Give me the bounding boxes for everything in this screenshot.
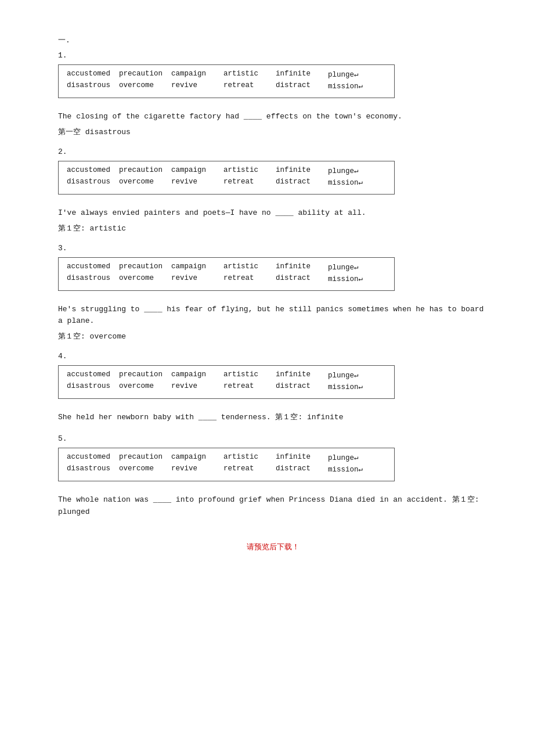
word-cell: revive [171,274,223,283]
top-marker: 一. [58,36,70,45]
question-number-1: 1. [58,51,488,60]
word-box-3: accustomedprecautioncampaignartisticinfi… [58,257,488,298]
word-cell: infinite [276,262,328,272]
word-cell: overcome [119,382,171,391]
word-cell: revive [171,465,223,474]
word-cell: disastrous [67,81,119,91]
word-cell: artistic [223,262,276,272]
word-cell: precaution [119,166,171,175]
word-cell: mission↵ [328,81,380,91]
sentence-2: I've always envied painters and poets—I … [58,207,488,219]
sentence-3: He's struggling to ____ his fear of flyi… [58,304,488,328]
word-cell: mission↵ [328,382,380,391]
word-cell: disastrous [67,382,119,391]
word-cell: plunge↵ [328,262,380,272]
word-cell: retreat [223,178,276,187]
word-cell: revive [171,382,223,391]
word-cell: precaution [119,453,171,462]
word-cell: distract [276,178,328,187]
word-cell: artistic [223,166,276,175]
word-box-5: accustomedprecautioncampaignartisticinfi… [58,448,488,488]
word-cell: retreat [223,274,276,283]
word-cell: distract [276,382,328,391]
sentence-5: The whole nation was ____ into profound … [58,494,488,519]
question-block-5: 5.accustomedprecautioncampaignartisticin… [58,434,488,519]
word-cell: plunge↵ [328,453,380,462]
sentence-1: The closing of the cigarette factory had… [58,111,488,123]
word-cell: disastrous [67,178,119,187]
word-cell: plunge↵ [328,370,380,380]
word-cell: overcome [119,178,171,187]
question-block-4: 4.accustomedprecautioncampaignartisticin… [58,352,488,424]
answer-1: 第一空 disastrous [58,127,488,137]
question-block-3: 3.accustomedprecautioncampaignartisticin… [58,244,488,342]
word-cell: artistic [223,70,276,79]
word-cell: infinite [276,370,328,380]
word-cell: plunge↵ [328,70,380,79]
word-cell: accustomed [67,453,119,462]
footer-text: 请预览后下载！ [247,543,300,552]
word-cell: artistic [223,370,276,380]
question-number-5: 5. [58,434,488,443]
word-cell: infinite [276,166,328,175]
word-cell: infinite [276,453,328,462]
answer-2: 第１空: artistic [58,223,488,233]
word-cell: campaign [171,262,223,272]
question-number-3: 3. [58,244,488,253]
word-cell: mission↵ [328,465,380,474]
word-cell: artistic [223,453,276,462]
word-cell: accustomed [67,70,119,79]
word-cell: overcome [119,81,171,91]
word-cell: disastrous [67,465,119,474]
footer: 请预览后下载！ [58,542,488,552]
word-cell: campaign [171,370,223,380]
section-header: 一. [58,35,488,45]
word-cell: precaution [119,370,171,380]
word-cell: accustomed [67,370,119,380]
word-box-1: accustomedprecautioncampaignartisticinfi… [58,64,488,105]
word-cell: retreat [223,81,276,91]
word-cell: accustomed [67,262,119,272]
question-number-4: 4. [58,352,488,361]
word-cell: distract [276,81,328,91]
word-cell: mission↵ [328,274,380,283]
question-block-2: 2.accustomedprecautioncampaignartisticin… [58,147,488,233]
word-cell: disastrous [67,274,119,283]
word-cell: overcome [119,274,171,283]
word-cell: revive [171,81,223,91]
word-cell: accustomed [67,166,119,175]
word-cell: campaign [171,166,223,175]
question-block-1: 1.accustomedprecautioncampaignartisticin… [58,51,488,137]
word-cell: revive [171,178,223,187]
answer-3: 第１空: overcome [58,331,488,341]
word-cell: retreat [223,382,276,391]
word-box-2: accustomedprecautioncampaignartisticinfi… [58,161,488,201]
word-cell: overcome [119,465,171,474]
word-cell: plunge↵ [328,166,380,175]
word-cell: campaign [171,70,223,79]
word-cell: campaign [171,453,223,462]
word-cell: mission↵ [328,178,380,187]
word-cell: retreat [223,465,276,474]
word-cell: precaution [119,262,171,272]
sentence-4: She held her newborn baby with ____ tend… [58,412,488,424]
word-cell: distract [276,465,328,474]
question-number-2: 2. [58,147,488,156]
word-box-4: accustomedprecautioncampaignartisticinfi… [58,365,488,406]
word-cell: infinite [276,70,328,79]
word-cell: precaution [119,70,171,79]
word-cell: distract [276,274,328,283]
